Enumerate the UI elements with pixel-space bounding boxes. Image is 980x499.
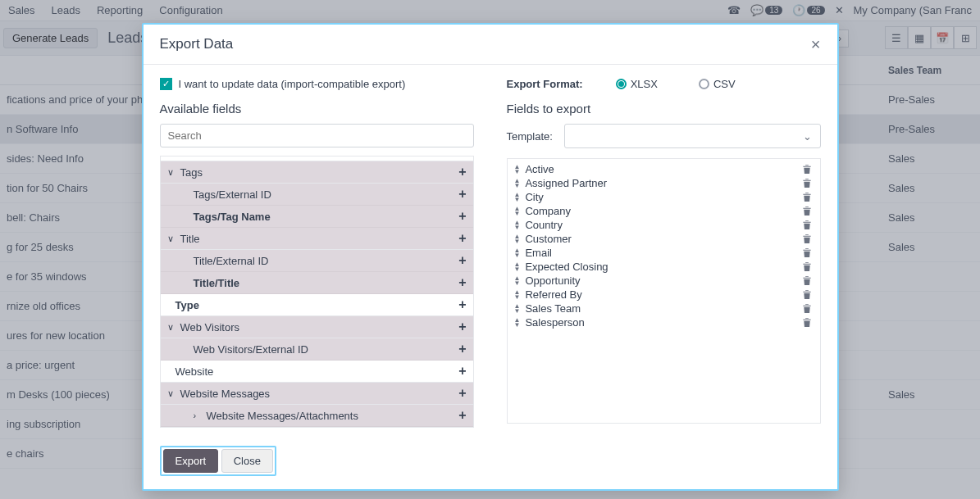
available-field-row[interactable]: Type+ bbox=[161, 294, 473, 316]
add-field-icon[interactable]: + bbox=[458, 275, 466, 290]
close-icon[interactable]: × bbox=[811, 36, 821, 52]
trash-icon[interactable] bbox=[802, 234, 812, 244]
drag-handle-icon[interactable] bbox=[514, 303, 521, 315]
chevron-icon: › bbox=[194, 411, 203, 420]
add-field-icon[interactable]: + bbox=[458, 209, 466, 224]
chevron-icon: ∨ bbox=[167, 234, 177, 244]
close-button[interactable]: Close bbox=[221, 449, 273, 473]
export-field-row[interactable]: Email bbox=[508, 246, 820, 260]
available-field-row[interactable]: Title/Title+ bbox=[161, 272, 473, 294]
available-field-row[interactable]: ∨Title+ bbox=[161, 228, 473, 250]
modal-overlay: Export Data × ✓ I want to update data (i… bbox=[0, 0, 980, 499]
chevron-icon: ∨ bbox=[167, 167, 177, 178]
available-field-row[interactable]: Website+ bbox=[161, 361, 473, 383]
export-data-modal: Export Data × ✓ I want to update data (i… bbox=[142, 23, 839, 491]
add-field-icon[interactable]: + bbox=[458, 408, 466, 423]
available-field-row[interactable]: ∨Web Visitors+ bbox=[161, 316, 473, 338]
available-field-row[interactable]: Title/External ID+ bbox=[161, 250, 473, 272]
drag-handle-icon[interactable] bbox=[514, 220, 521, 231]
add-field-icon[interactable]: + bbox=[458, 231, 466, 246]
template-select[interactable]: ⌄ bbox=[564, 124, 821, 148]
available-fields-title: Available fields bbox=[160, 102, 474, 116]
radio-on-icon bbox=[616, 79, 627, 89]
available-fields-list[interactable]: State/External ID+State/State Name+Stree… bbox=[161, 157, 473, 427]
export-button[interactable]: Export bbox=[163, 449, 219, 473]
export-field-row[interactable]: Customer bbox=[508, 232, 820, 246]
trash-icon[interactable] bbox=[802, 164, 812, 175]
add-field-icon[interactable]: + bbox=[458, 187, 466, 202]
trash-icon[interactable] bbox=[802, 289, 812, 300]
add-field-icon[interactable]: + bbox=[458, 364, 466, 379]
template-label: Template: bbox=[507, 130, 553, 143]
available-field-row[interactable]: Web Visitors/External ID+ bbox=[161, 338, 473, 361]
export-format-label: Export Format: bbox=[507, 78, 583, 90]
drag-handle-icon[interactable] bbox=[514, 234, 521, 245]
export-field-row[interactable]: City bbox=[508, 190, 820, 204]
search-input[interactable] bbox=[160, 124, 474, 147]
export-field-row[interactable]: Country bbox=[508, 218, 820, 232]
chevron-icon: ∨ bbox=[167, 388, 177, 399]
export-field-row[interactable]: Referred By bbox=[508, 288, 820, 302]
export-field-row[interactable]: Salesperson bbox=[508, 315, 820, 329]
available-field-row[interactable]: ∨Tags+ bbox=[161, 161, 473, 184]
trash-icon[interactable] bbox=[802, 275, 812, 286]
radio-off-icon bbox=[699, 79, 709, 89]
add-field-icon[interactable]: + bbox=[458, 342, 466, 356]
format-csv-radio[interactable]: CSV bbox=[699, 78, 736, 90]
available-field-row[interactable]: ›Website Messages/Attachments+ bbox=[161, 405, 473, 427]
fields-to-export-title: Fields to export bbox=[507, 102, 821, 116]
trash-icon[interactable] bbox=[802, 247, 812, 258]
available-field-row[interactable]: Tags/Tag Name+ bbox=[161, 206, 473, 228]
drag-handle-icon[interactable] bbox=[514, 247, 521, 259]
drag-handle-icon[interactable] bbox=[514, 289, 521, 301]
trash-icon[interactable] bbox=[802, 206, 812, 216]
export-field-row[interactable]: Company bbox=[508, 204, 820, 218]
available-field-row[interactable]: ∨Website Messages+ bbox=[161, 383, 473, 405]
add-field-icon[interactable]: + bbox=[458, 386, 466, 401]
modal-title: Export Data bbox=[160, 36, 234, 52]
export-field-row[interactable]: Sales Team bbox=[508, 302, 820, 315]
trash-icon[interactable] bbox=[802, 220, 812, 230]
export-field-row[interactable]: Assigned Partner bbox=[508, 176, 820, 190]
add-field-icon[interactable]: + bbox=[458, 165, 466, 179]
drag-handle-icon[interactable] bbox=[514, 206, 521, 217]
export-field-row[interactable]: Expected Closing bbox=[508, 260, 820, 274]
chevron-down-icon: ⌄ bbox=[803, 130, 812, 143]
add-field-icon[interactable]: + bbox=[458, 253, 466, 268]
export-field-row[interactable]: Opportunity bbox=[508, 274, 820, 288]
drag-handle-icon[interactable] bbox=[514, 178, 521, 189]
drag-handle-icon[interactable] bbox=[514, 192, 521, 203]
drag-handle-icon[interactable] bbox=[514, 164, 521, 175]
trash-icon[interactable] bbox=[802, 303, 812, 314]
drag-handle-icon[interactable] bbox=[514, 275, 521, 287]
trash-icon[interactable] bbox=[802, 317, 812, 328]
fields-to-export-list[interactable]: ActiveAssigned PartnerCityCompanyCountry… bbox=[507, 158, 821, 424]
drag-handle-icon[interactable] bbox=[514, 261, 521, 273]
update-data-label: I want to update data (import-compatible… bbox=[179, 78, 406, 90]
drag-handle-icon[interactable] bbox=[514, 317, 521, 329]
trash-icon[interactable] bbox=[802, 261, 812, 272]
trash-icon[interactable] bbox=[802, 178, 812, 188]
update-data-checkbox[interactable]: ✓ I want to update data (import-compatib… bbox=[160, 78, 474, 90]
trash-icon[interactable] bbox=[802, 192, 812, 202]
format-xlsx-radio[interactable]: XLSX bbox=[616, 78, 658, 90]
checkbox-checked-icon: ✓ bbox=[160, 78, 172, 90]
export-field-row[interactable]: Active bbox=[508, 162, 820, 176]
add-field-icon[interactable]: + bbox=[458, 297, 466, 312]
add-field-icon[interactable]: + bbox=[458, 320, 466, 334]
available-field-row[interactable]: Tags/External ID+ bbox=[161, 184, 473, 206]
add-field-icon[interactable]: + bbox=[458, 157, 466, 157]
chevron-icon: ∨ bbox=[167, 322, 177, 333]
